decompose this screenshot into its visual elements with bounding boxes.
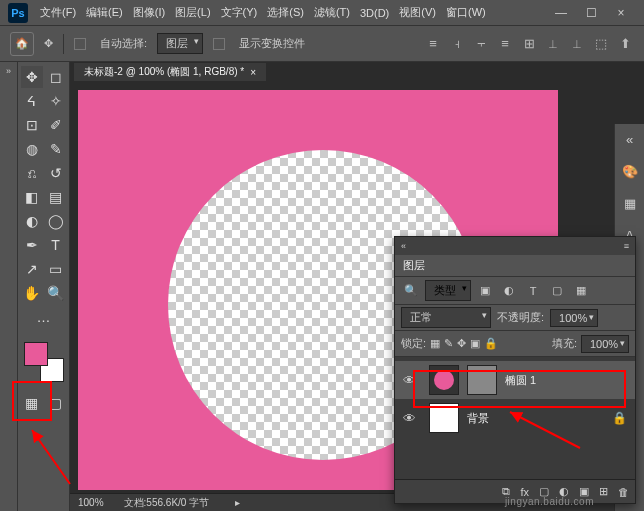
align-icon-3[interactable]: ⫟ <box>472 35 490 53</box>
eyedropper-tool[interactable]: ✐ <box>45 114 67 136</box>
layers-panel: « ≡ 图层 🔍 类型 ▣ ◐ T ▢ ▦ 正常 不透明度: 100% 锁定: … <box>394 236 636 504</box>
menu-layer[interactable]: 图层(L) <box>171 3 214 22</box>
show-transform-checkbox[interactable] <box>213 38 225 50</box>
filter-shape-icon[interactable]: ▢ <box>547 283 567 299</box>
align-icon-1[interactable]: ≡ <box>424 35 442 53</box>
new-layer-icon[interactable]: ⊞ <box>599 485 608 498</box>
stamp-tool[interactable]: ⎌ <box>21 162 43 184</box>
blur-tool[interactable]: ◐ <box>21 210 43 232</box>
auto-select-target-dropdown[interactable]: 图层 <box>157 33 203 54</box>
collapse-left-icon[interactable]: « <box>401 241 406 251</box>
visibility-toggle[interactable]: 👁 <box>403 373 421 388</box>
titlebar: Ps 文件(F) 编辑(E) 图像(I) 图层(L) 文字(Y) 选择(S) 滤… <box>0 0 644 26</box>
layers-tab[interactable]: 图层 <box>403 258 425 273</box>
share-icon[interactable]: ⬆ <box>616 35 634 53</box>
pen-tool[interactable]: ✒ <box>21 234 43 256</box>
lock-all-icon[interactable]: 🔒 <box>484 337 498 350</box>
lock-position-icon[interactable]: ✥ <box>457 337 466 350</box>
lasso-tool[interactable]: ᔦ <box>21 90 43 112</box>
zoom-tool[interactable]: 🔍 <box>45 282 67 304</box>
filter-type-icon[interactable]: T <box>523 283 543 299</box>
layer-thumb[interactable] <box>429 403 459 433</box>
layer-thumb[interactable] <box>429 365 459 395</box>
gradient-tool[interactable]: ▤ <box>45 186 67 208</box>
align-icon-7[interactable]: ⟂ <box>568 35 586 53</box>
filter-pixel-icon[interactable]: ▣ <box>475 283 495 299</box>
shape-tool[interactable]: ▭ <box>45 258 67 280</box>
swatches-panel-icon[interactable]: ▦ <box>619 192 641 214</box>
fill-input[interactable]: 100% <box>581 335 629 353</box>
left-collapse-bar[interactable]: » <box>0 62 18 511</box>
panel-tab-bar: 图层 <box>395 255 635 277</box>
lock-transparency-icon[interactable]: ▦ <box>430 337 440 350</box>
rail-collapse-icon[interactable]: « <box>619 128 641 150</box>
move-tool-icon: ✥ <box>44 37 53 50</box>
zoom-level[interactable]: 100% <box>78 497 104 508</box>
maximize-button[interactable]: ☐ <box>576 1 606 25</box>
layer-name[interactable]: 椭圆 1 <box>505 373 536 388</box>
screenmode-tool[interactable]: ▢ <box>45 392 67 414</box>
menu-edit[interactable]: 编辑(E) <box>82 3 127 22</box>
alignment-icons: ≡ ⫞ ⫟ ≡ ⊞ ⟂ ⟂ ⬚ ⬆ <box>424 35 634 53</box>
brush-tool[interactable]: ✎ <box>45 138 67 160</box>
menu-window[interactable]: 窗口(W) <box>442 3 490 22</box>
color-panel-icon[interactable]: 🎨 <box>619 160 641 182</box>
close-button[interactable]: × <box>606 1 636 25</box>
visibility-toggle[interactable]: 👁 <box>403 411 421 426</box>
lock-pixels-icon[interactable]: ✎ <box>444 337 453 350</box>
path-select-tool[interactable]: ↗ <box>21 258 43 280</box>
filter-type-dropdown[interactable]: 类型 <box>425 280 471 301</box>
quickmask-tool[interactable]: ▦ <box>21 392 43 414</box>
extra-tool[interactable]: … <box>33 306 55 328</box>
home-button[interactable]: 🏠 <box>10 32 34 56</box>
lock-artboard-icon[interactable]: ▣ <box>470 337 480 350</box>
layer-item-background[interactable]: 👁 背景 🔒 <box>395 399 635 437</box>
auto-select-checkbox[interactable] <box>74 38 86 50</box>
crop-tool[interactable]: ⊡ <box>21 114 43 136</box>
menu-image[interactable]: 图像(I) <box>129 3 169 22</box>
menu-type[interactable]: 文字(Y) <box>217 3 262 22</box>
layer-item-ellipse[interactable]: 👁 椭圆 1 <box>395 361 635 399</box>
panel-menu-icon[interactable]: ≡ <box>624 241 629 251</box>
blend-mode-row: 正常 不透明度: 100% <box>395 305 635 331</box>
3d-mode-icon[interactable]: ⬚ <box>592 35 610 53</box>
layer-mask-thumb[interactable] <box>467 365 497 395</box>
dodge-tool[interactable]: ◯ <box>45 210 67 232</box>
type-tool[interactable]: T <box>45 234 67 256</box>
opacity-input[interactable]: 100% <box>550 309 598 327</box>
delete-layer-icon[interactable]: 🗑 <box>618 486 629 498</box>
eraser-tool[interactable]: ◧ <box>21 186 43 208</box>
filter-smart-icon[interactable]: ▦ <box>571 283 591 299</box>
menu-file[interactable]: 文件(F) <box>36 3 80 22</box>
menu-select[interactable]: 选择(S) <box>263 3 308 22</box>
tab-close-icon[interactable]: × <box>250 67 256 78</box>
blend-mode-dropdown[interactable]: 正常 <box>401 307 491 328</box>
show-transform-label: 显示变换控件 <box>239 36 305 51</box>
foreground-color-swatch[interactable] <box>24 342 48 366</box>
align-icon-2[interactable]: ⫞ <box>448 35 466 53</box>
doc-info[interactable]: 文档:556.6K/0 字节 <box>124 496 210 510</box>
heal-tool[interactable]: ◍ <box>21 138 43 160</box>
menu-3d[interactable]: 3D(D) <box>356 5 393 21</box>
history-brush-tool[interactable]: ↺ <box>45 162 67 184</box>
menu-filter[interactable]: 滤镜(T) <box>310 3 354 22</box>
document-tab[interactable]: 未标题-2 @ 100% (椭圆 1, RGB/8) * × <box>74 63 266 81</box>
info-chevron-icon[interactable]: ▸ <box>235 497 240 508</box>
layer-name[interactable]: 背景 <box>467 411 489 426</box>
hand-tool[interactable]: ✋ <box>21 282 43 304</box>
wand-tool[interactable]: ✧ <box>45 90 67 112</box>
search-icon[interactable]: 🔍 <box>401 283 421 299</box>
panel-header[interactable]: « ≡ <box>395 237 635 255</box>
align-icon-6[interactable]: ⟂ <box>544 35 562 53</box>
layers-list: 👁 椭圆 1 👁 背景 🔒 <box>395 357 635 479</box>
filter-adjust-icon[interactable]: ◐ <box>499 283 519 299</box>
menu-view[interactable]: 视图(V) <box>395 3 440 22</box>
separator <box>63 34 64 54</box>
document-tab-bar: 未标题-2 @ 100% (椭圆 1, RGB/8) * × <box>70 62 644 82</box>
watermark: jingyan.baidu.com <box>505 496 594 507</box>
align-icon-5[interactable]: ⊞ <box>520 35 538 53</box>
align-icon-4[interactable]: ≡ <box>496 35 514 53</box>
marquee-tool[interactable]: ◻ <box>45 66 67 88</box>
minimize-button[interactable]: — <box>546 1 576 25</box>
move-tool[interactable]: ✥ <box>21 66 43 88</box>
